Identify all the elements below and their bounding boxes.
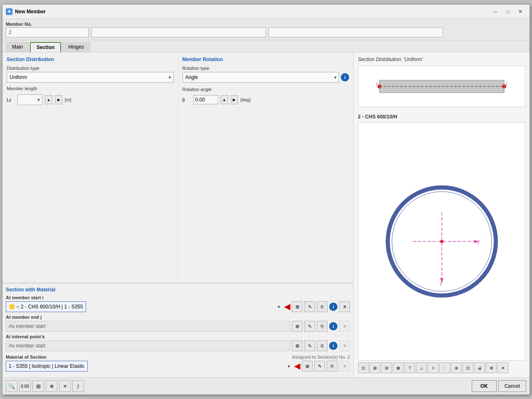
circle-svg: y z [379,179,504,304]
view-button-9[interactable]: ⊛ [451,362,462,373]
lz-select[interactable] [17,94,42,105]
start-i-block: At member start i 🟡 ○ 2 - CHS 600/10/H |… [6,295,350,312]
settings-button[interactable]: ⚙ [486,362,497,373]
view-button-6[interactable]: ⊥ [416,362,427,373]
minimize-button[interactable]: ─ [490,7,501,16]
formula-toolbar-button[interactable]: ∫ [72,380,84,392]
svg-point-2 [377,84,382,89]
view-button-5[interactable]: ⊤ [404,362,415,373]
end-j-input [6,321,290,332]
internal-k-copy-button[interactable]: ⎘ [317,340,328,351]
lz-up-button[interactable]: ▲ [45,95,52,104]
value-toolbar-button[interactable]: 0.00 [19,380,31,392]
view-button-2[interactable]: ⊞ [369,362,380,373]
left-panel: Section Distribution Distribution type U… [2,52,354,377]
ok-button[interactable]: OK [472,380,497,392]
material-edit-button[interactable]: ✎ [314,361,325,372]
right-panel: Section Distribution: 'Uniform' i j 2 - [354,52,530,377]
internal-k-table-button[interactable]: ⊞ [292,340,303,351]
end-j-row: ⊞ ✎ ⎘ i ✕ [6,321,350,332]
window-icon: ✦ [6,8,12,15]
lz-down-button[interactable]: ▶ [55,95,62,104]
beta-up-button[interactable]: ▲ [221,95,228,104]
start-i-copy-button[interactable]: ⎘ [317,301,328,312]
top-panels: Section Distribution Distribution type U… [2,52,353,283]
material-delete-button[interactable]: ✕ [339,361,350,372]
member-no-label: Member No. [6,22,89,27]
lz-select-wrapper: ▼ [17,94,42,105]
member-length-label: Member length [7,86,37,91]
beta-row: β ▲ ▶ [deg] [182,95,350,104]
header-input-3[interactable] [268,27,443,37]
end-j-block: At member end j ⊞ ✎ ⎘ i ✕ [6,315,350,332]
view-button-10[interactable]: ⊡ [463,362,473,373]
end-j-copy-button[interactable]: ⎘ [317,321,328,332]
material-dropdown-wrapper: 1 - S355 | Isotropic | Linear Elastic ▼ [6,361,293,372]
internal-k-delete-button[interactable]: ✕ [339,340,350,351]
start-i-arrow-icon: ▼ [277,305,281,309]
view-button-4[interactable]: ⊠ [393,362,404,373]
start-i-edit-button[interactable]: ✎ [304,301,315,312]
start-i-arrow-indicator: ◀ [284,302,290,311]
print-button[interactable]: 🖨 [474,362,485,373]
start-i-info-button[interactable]: i [329,303,337,311]
close-button[interactable]: ✕ [515,7,526,16]
header-input-2[interactable] [91,27,266,37]
internal-k-info-button[interactable]: i [329,342,337,350]
material-arrow-indicator: ◀ [294,362,300,371]
search-toolbar-button[interactable]: 🔍 [6,380,17,392]
end-j-edit-button[interactable]: ✎ [304,321,315,332]
view-3d-button[interactable]: ✕ [498,362,508,373]
material-table-button[interactable]: ⊞ [302,361,313,372]
snap-toolbar-button[interactable]: ⊕ [46,380,57,392]
internal-k-edit-button[interactable]: ✎ [304,340,315,351]
start-i-select[interactable]: 🟡 ○ 2 - CHS 600/10/H | 1 - S355 [6,301,86,312]
view-button-8[interactable]: ⋮ [439,362,450,373]
tab-main[interactable]: Main [6,42,29,52]
end-j-table-button[interactable]: ⊞ [292,321,303,332]
rot-angle-label: Rotation angle [182,87,212,92]
start-i-table-button[interactable]: ⊞ [292,301,303,312]
rot-type-select[interactable]: Angle [182,72,340,83]
member-no-input[interactable] [6,27,89,37]
start-i-delete-button[interactable]: ✕ [339,301,350,312]
material-arrow-icon: ▼ [287,364,291,369]
assigned-label: Assigned to Section(s) No. 2 [292,355,350,360]
svg-point-12 [440,240,443,243]
tab-section[interactable]: Section [30,42,61,52]
beta-label: β [182,97,191,102]
member-rotation-panel: Member Rotation Rotation type Angle ▼ i … [178,52,354,283]
bottom-toolbar: 🔍 0.00 ⊞ ⊕ ✕ ∫ OK Cancel [2,377,530,394]
rot-type-select-wrapper: Angle ▼ [182,72,340,83]
member-length-row: Member length [7,86,174,91]
end-j-delete-button[interactable]: ✕ [339,321,350,332]
beta-right-button[interactable]: ▶ [231,95,238,104]
delete-toolbar-button[interactable]: ✕ [59,380,71,392]
tab-bar: Main Section Hinges [2,40,530,52]
material-select[interactable]: 1 - S355 | Isotropic | Linear Elastic [6,361,88,372]
material-label: Material of Section [6,355,47,360]
section-name-label: 2 - CHS 600/10/H [358,114,525,120]
rotation-info-button[interactable]: i [341,73,349,81]
dist-type-select-wrapper: Uniform ▼ [7,72,174,83]
section-distribution-panel: Section Distribution Distribution type U… [2,52,178,283]
beta-input[interactable] [193,95,218,104]
start-i-label: At member start i [6,295,350,300]
start-i-row: 🟡 ○ 2 - CHS 600/10/H | 1 - S355 ▼ ◀ ⊞ ✎ … [6,301,350,312]
view-button-3[interactable]: ⊟ [381,362,392,373]
maximize-button[interactable]: □ [502,7,514,16]
title-bar: ✦ New Member ─ □ ✕ [2,5,530,19]
view-button-1[interactable]: ⊡ [358,362,369,373]
beta-unit: [deg] [241,97,251,102]
material-copy-button[interactable]: ⎘ [327,361,337,372]
cancel-button[interactable]: Cancel [498,380,526,392]
rot-type-label: Rotation type [182,66,350,71]
view-button-7[interactable]: ⊧ [428,362,438,373]
material-block: Material of Section Assigned to Section(… [6,355,350,372]
dist-type-select[interactable]: Uniform [7,72,174,83]
tab-hinges[interactable]: Hinges [62,42,90,52]
lz-row: Lz ▼ ▲ ▶ [m] [7,94,174,105]
end-j-info-button[interactable]: i [329,322,337,330]
header-row: Member No. [2,19,530,40]
grid-toolbar-button[interactable]: ⊞ [32,380,44,392]
